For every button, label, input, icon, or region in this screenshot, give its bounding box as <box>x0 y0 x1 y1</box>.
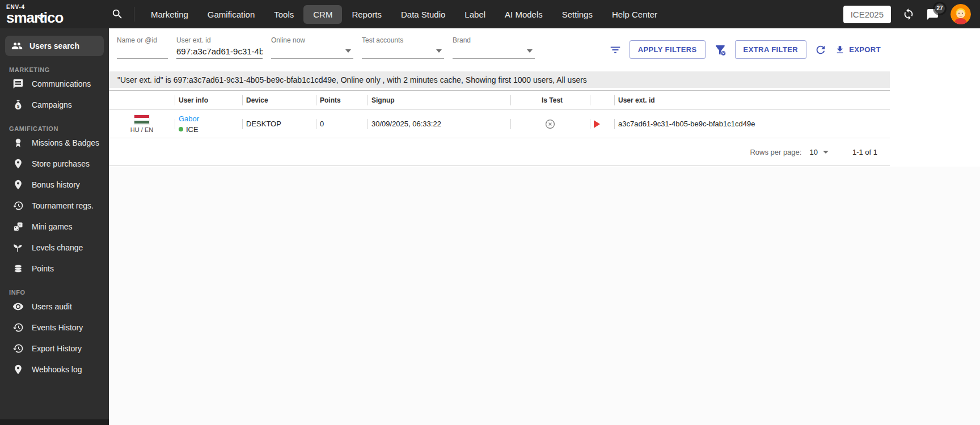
sidebar-item-export-history[interactable]: Export History <box>0 338 109 359</box>
sidebar-item-webhooks-log[interactable]: Webhooks log <box>0 359 109 380</box>
clear-filter-icon[interactable] <box>713 43 727 57</box>
avatar[interactable] <box>951 4 971 24</box>
sidebar-item-communications[interactable]: Communications <box>0 73 109 94</box>
online-now-select[interactable]: Online now <box>271 36 353 59</box>
main-area: Name or @id User ext. id 697:a3c7ad61-9c… <box>109 28 980 425</box>
field-value <box>362 44 444 59</box>
hungary-flag-icon <box>134 115 149 124</box>
expand-cell <box>590 110 614 138</box>
history-icon <box>12 322 24 333</box>
user-name-link[interactable]: Gabor <box>179 114 199 123</box>
field-value <box>453 44 535 59</box>
dice-icon <box>12 221 24 232</box>
field-label: Name or @id <box>117 36 168 44</box>
sidebar-item-events-history[interactable]: Events History <box>0 317 109 338</box>
field-value: 697:a3c7ad61-9c31-4b <box>176 44 263 59</box>
chevron-down-icon <box>527 49 533 53</box>
sidebar-item-label: Tournament regs. <box>32 201 94 210</box>
main-nav: Marketing Gamification Tools CRM Reports… <box>141 5 667 24</box>
chevron-down-icon <box>345 49 351 53</box>
sidebar-item-label: Communications <box>32 79 91 88</box>
sidebar-item-missions-badges[interactable]: Missions & Badges <box>0 132 109 153</box>
download-icon <box>835 45 845 55</box>
name-or-id-field[interactable]: Name or @id <box>117 36 168 59</box>
sidebar-item-tournament-regs[interactable]: Tournament regs. <box>0 195 109 216</box>
sidebar-item-mini-games[interactable]: Mini games <box>0 216 109 237</box>
nav-ai-models[interactable]: AI Models <box>495 5 552 24</box>
nav-help-center[interactable]: Help Center <box>602 5 667 24</box>
communications-icon <box>12 78 24 90</box>
empty-background <box>109 167 980 425</box>
nav-marketing[interactable]: Marketing <box>141 5 198 24</box>
nav-crm[interactable]: CRM <box>303 5 342 24</box>
sidebar-item-label: Webhooks log <box>32 365 82 374</box>
user-brand-tag: ICE <box>186 125 198 134</box>
nav-label[interactable]: Label <box>455 5 495 24</box>
sync-icon[interactable] <box>902 8 915 20</box>
sidebar-item-users-search[interactable]: Users search <box>5 36 104 56</box>
nav-settings[interactable]: Settings <box>552 5 602 24</box>
expand-row-icon[interactable] <box>594 120 600 128</box>
refresh-icon[interactable] <box>814 44 827 56</box>
seedling-icon <box>12 242 24 253</box>
nav-gamification[interactable]: Gamification <box>198 5 264 24</box>
language-label: HU / EN <box>130 126 153 133</box>
sidebar-section-info: INFO <box>9 288 100 296</box>
brand-select[interactable]: Brand <box>453 36 535 59</box>
user-info-cell: Gabor ICE <box>175 110 242 138</box>
signup-cell: 30/09/2025, 06:33:22 <box>368 110 510 138</box>
column-device: Device <box>242 96 316 104</box>
nav-reports[interactable]: Reports <box>342 5 391 24</box>
column-is-test: Is Test <box>510 96 590 104</box>
field-label: Brand <box>453 36 535 44</box>
sidebar-item-users-audit[interactable]: Users audit <box>0 296 109 317</box>
sidebar-section-marketing: MARKETING <box>9 65 100 73</box>
nav-data-studio[interactable]: Data Studio <box>391 5 455 24</box>
pin-icon <box>12 364 24 375</box>
sidebar-item-store-purchases[interactable]: Store purchases <box>0 153 109 174</box>
filter-list-icon[interactable] <box>609 44 622 56</box>
sidebar-item-bonus-history[interactable]: Bonus history <box>0 174 109 195</box>
rows-per-page-select[interactable]: 10 <box>809 148 828 156</box>
nav-tools[interactable]: Tools <box>264 5 303 24</box>
sidebar-item-label: Store purchases <box>32 159 90 168</box>
test-accounts-select[interactable]: Test accounts <box>362 36 444 59</box>
sidebar-item-points[interactable]: Points <box>0 258 109 279</box>
user-ext-id-field[interactable]: User ext. id 697:a3c7ad61-9c31-4b <box>176 36 263 59</box>
sidebar-item-label: Users search <box>29 41 79 50</box>
badge-icon <box>12 137 24 148</box>
search-icon[interactable] <box>109 6 126 23</box>
sidebar-item-levels-change[interactable]: Levels change <box>0 237 109 258</box>
not-test-icon <box>544 118 556 130</box>
pin-icon <box>12 179 24 190</box>
topbar-divider <box>134 7 134 22</box>
chevron-down-icon <box>436 49 442 53</box>
export-label: EXPORT <box>849 45 881 54</box>
chevron-down-icon <box>823 151 829 154</box>
active-filters-summary: "User ext. id" is 697:a3c7ad61-9c31-4b05… <box>109 71 890 88</box>
is-test-cell <box>510 110 590 138</box>
table-header: User info Device Points Signup Is Test U… <box>109 90 890 110</box>
brand-block: ENV-4 smartico <box>0 4 109 25</box>
export-button[interactable]: EXPORT <box>835 45 881 55</box>
extra-filter-button[interactable]: EXTRA FILTER <box>735 40 807 59</box>
sidebar-item-label: Campaigns <box>32 100 72 109</box>
sidebar-item-label: Mini games <box>32 222 73 231</box>
field-label: Test accounts <box>362 36 444 44</box>
rows-per-page-label: Rows per page: <box>750 148 801 156</box>
online-status-dot <box>179 127 183 131</box>
topbar-right-cluster: ICE2025 27 <box>843 4 980 24</box>
brand-selector[interactable]: ICE2025 <box>843 6 891 23</box>
field-label: Online now <box>271 36 353 44</box>
flag-cell: HU / EN <box>109 110 175 138</box>
app-logo: smartico <box>6 10 63 25</box>
sidebar-item-label: Export History <box>32 344 82 353</box>
column-user-info: User info <box>175 96 242 104</box>
field-label: User ext. id <box>176 36 263 44</box>
sidebar-item-campaigns[interactable]: $ Campaigns <box>0 94 109 115</box>
history-icon <box>12 343 24 354</box>
device-cell: DESKTOP <box>242 110 316 138</box>
apply-filters-button[interactable]: APPLY FILTERS <box>630 40 706 59</box>
pagination-bar: Rows per page: 10 1-1 of 1 <box>109 138 890 166</box>
points-cell: 0 <box>316 110 368 138</box>
